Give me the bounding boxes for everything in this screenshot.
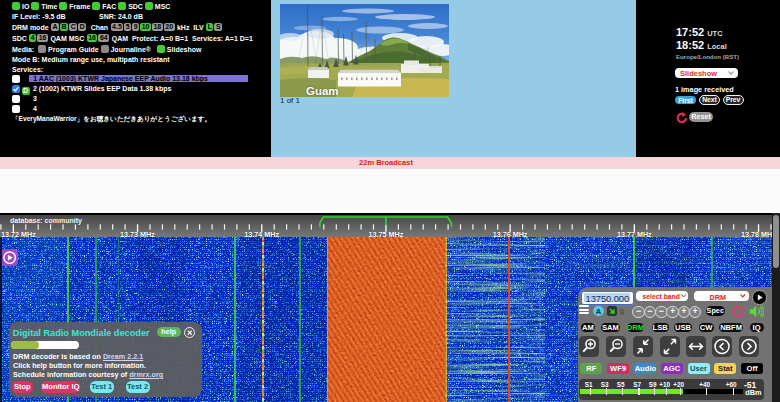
- svg-text:Guam: Guam: [306, 85, 339, 97]
- svg-text:database: community: database: community: [10, 217, 82, 225]
